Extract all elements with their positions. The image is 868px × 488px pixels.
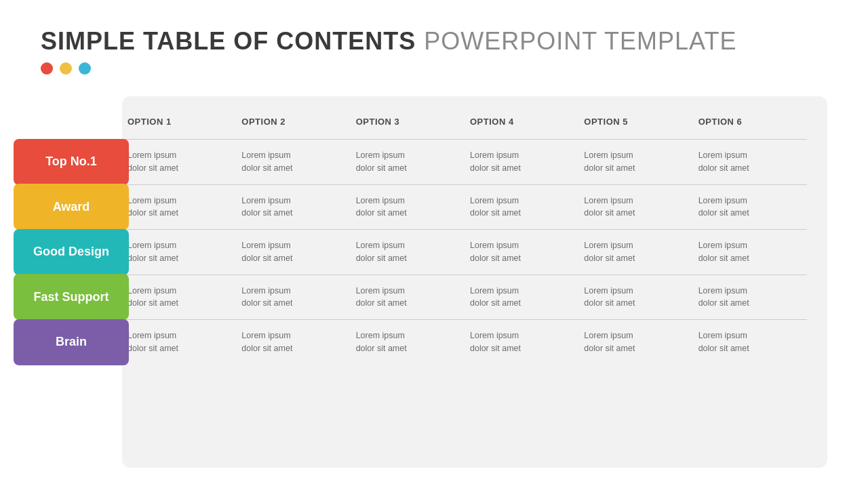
cell-3-2: Lorem ipsumdolor sit amet bbox=[236, 239, 350, 265]
row-label-good-design: Good Design bbox=[14, 229, 129, 275]
cell-2-3: Lorem ipsumdolor sit amet bbox=[351, 195, 465, 220]
col-header-3: OPTION 3 bbox=[351, 117, 465, 127]
cell-3-6: Lorem ipsumdolor sit amet bbox=[693, 239, 807, 265]
col-header-1: OPTION 1 bbox=[122, 117, 236, 127]
col-header-5: OPTION 5 bbox=[578, 117, 692, 127]
cell-2-4: Lorem ipsumdolor sit amet bbox=[465, 195, 578, 220]
red-dot bbox=[41, 62, 53, 75]
cell-5-5: Lorem ipsumdolor sit amet bbox=[578, 329, 692, 355]
blue-dot bbox=[79, 62, 91, 75]
cell-1-4: Lorem ipsumdolor sit amet bbox=[465, 149, 578, 175]
cell-2-6: Lorem ipsumdolor sit amet bbox=[693, 195, 807, 220]
cell-3-5: Lorem ipsumdolor sit amet bbox=[578, 239, 692, 265]
row-label-fast-support: Fast Support bbox=[14, 274, 129, 320]
row-label-brain: Brain bbox=[14, 319, 129, 365]
cell-2-5: Lorem ipsumdolor sit amet bbox=[578, 195, 692, 220]
cell-3-3: Lorem ipsumdolor sit amet bbox=[351, 239, 465, 265]
cell-4-3: Lorem ipsumdolor sit amet bbox=[351, 285, 465, 310]
col-header-6: OPTION 6 bbox=[693, 117, 807, 127]
cell-5-4: Lorem ipsumdolor sit amet bbox=[465, 329, 578, 355]
cell-5-6: Lorem ipsumdolor sit amet bbox=[693, 329, 807, 355]
cell-4-5: Lorem ipsumdolor sit amet bbox=[578, 285, 692, 310]
col-header-4: OPTION 4 bbox=[465, 117, 578, 127]
column-header-row: OPTION 1 OPTION 2 OPTION 3 OPTION 4 OPTI… bbox=[122, 117, 807, 140]
row-label-top-no1: Top No.1 bbox=[14, 139, 129, 185]
row-cells-3: Lorem ipsumdolor sit amet Lorem ipsumdol… bbox=[122, 230, 807, 274]
table-row: Fast Support Lorem ipsumdolor sit amet L… bbox=[122, 275, 807, 321]
cell-4-2: Lorem ipsumdolor sit amet bbox=[236, 285, 350, 310]
col-header-2: OPTION 2 bbox=[236, 117, 350, 127]
cell-1-3: Lorem ipsumdolor sit amet bbox=[351, 149, 465, 175]
cell-1-1: Lorem ipsumdolor sit amet bbox=[122, 149, 236, 175]
cell-5-1: Lorem ipsumdolor sit amet bbox=[122, 329, 236, 355]
cell-1-2: Lorem ipsumdolor sit amet bbox=[236, 149, 350, 175]
table-row: Top No.1 Lorem ipsumdolor sit amet Lorem… bbox=[122, 140, 807, 185]
table-row: Award Lorem ipsumdolor sit amet Lorem ip… bbox=[122, 185, 807, 230]
cell-5-3: Lorem ipsumdolor sit amet bbox=[351, 329, 465, 355]
row-label-award: Award bbox=[14, 184, 129, 230]
cell-5-2: Lorem ipsumdolor sit amet bbox=[236, 329, 350, 355]
title-line: SIMPLE TABLE OF CONTENTS POWERPOINT TEMP… bbox=[41, 27, 827, 56]
yellow-dot bbox=[60, 62, 72, 75]
title-light: POWERPOINT TEMPLATE bbox=[424, 27, 736, 56]
cell-1-5: Lorem ipsumdolor sit amet bbox=[578, 149, 692, 175]
cell-4-1: Lorem ipsumdolor sit amet bbox=[122, 285, 236, 310]
row-cells-4: Lorem ipsumdolor sit amet Lorem ipsumdol… bbox=[122, 275, 807, 320]
table-container: OPTION 1 OPTION 2 OPTION 3 OPTION 4 OPTI… bbox=[122, 96, 827, 468]
row-cells-5: Lorem ipsumdolor sit amet Lorem ipsumdol… bbox=[122, 320, 807, 365]
cell-2-2: Lorem ipsumdolor sit amet bbox=[236, 195, 350, 220]
cell-3-4: Lorem ipsumdolor sit amet bbox=[465, 239, 578, 265]
cell-4-6: Lorem ipsumdolor sit amet bbox=[693, 285, 807, 310]
cell-2-1: Lorem ipsumdolor sit amet bbox=[122, 195, 236, 220]
page: SIMPLE TABLE OF CONTENTS POWERPOINT TEMP… bbox=[0, 0, 868, 488]
dots-row bbox=[41, 62, 827, 75]
title-bold: SIMPLE TABLE OF CONTENTS bbox=[41, 27, 416, 56]
cell-3-1: Lorem ipsumdolor sit amet bbox=[122, 239, 236, 265]
cell-1-6: Lorem ipsumdolor sit amet bbox=[693, 149, 807, 175]
table-row: Brain Lorem ipsumdolor sit amet Lorem ip… bbox=[122, 320, 807, 365]
header: SIMPLE TABLE OF CONTENTS POWERPOINT TEMP… bbox=[41, 27, 827, 88]
table-wrapper: OPTION 1 OPTION 2 OPTION 3 OPTION 4 OPTI… bbox=[122, 117, 807, 365]
row-cells-1: Lorem ipsumdolor sit amet Lorem ipsumdol… bbox=[122, 140, 807, 184]
row-cells-2: Lorem ipsumdolor sit amet Lorem ipsumdol… bbox=[122, 185, 807, 230]
table-row: Good Design Lorem ipsumdolor sit amet Lo… bbox=[122, 230, 807, 275]
cell-4-4: Lorem ipsumdolor sit amet bbox=[465, 285, 578, 310]
